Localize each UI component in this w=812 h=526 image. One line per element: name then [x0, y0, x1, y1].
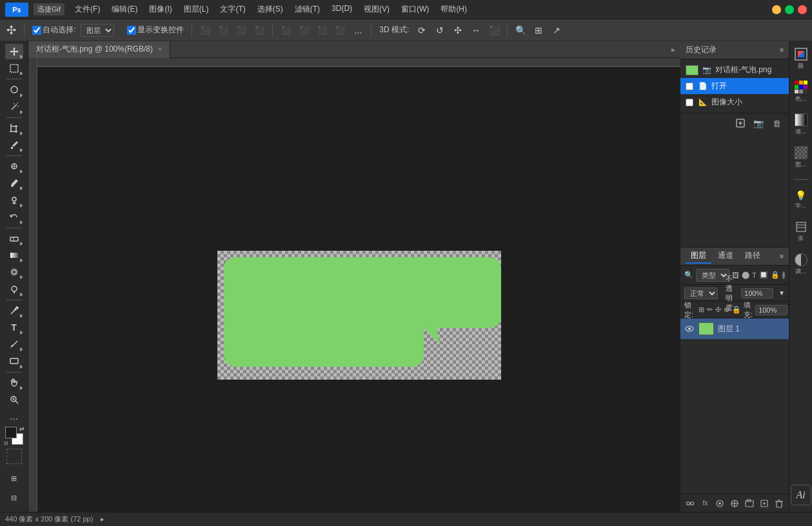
- eraser-tool-button[interactable]: [5, 231, 23, 246]
- distribute-top-button[interactable]: ⬛: [332, 23, 348, 38]
- filter-type-select[interactable]: 类型: [696, 269, 729, 282]
- create-new-snapshot-button[interactable]: [733, 116, 748, 130]
- lock-artboard-button[interactable]: ⊕: [724, 305, 729, 315]
- brush-tool-button[interactable]: [5, 175, 23, 191]
- lock-all-button[interactable]: 🔒: [732, 305, 741, 315]
- opacity-arrow[interactable]: ▼: [778, 289, 785, 297]
- tab-channels[interactable]: 通道: [713, 249, 738, 264]
- blur-tool-button[interactable]: [5, 264, 23, 280]
- crop-tool-button[interactable]: [5, 121, 23, 136]
- menu-image[interactable]: 图像(I): [144, 3, 177, 16]
- screen-mode-button[interactable]: ⊞: [5, 469, 23, 487]
- history-item-imagesize-checkbox[interactable]: [686, 99, 693, 106]
- tab-close-button[interactable]: ×: [158, 46, 162, 53]
- auto-select-dropdown[interactable]: 图层 组: [81, 24, 114, 37]
- pen-tool-button[interactable]: [5, 303, 23, 318]
- swap-colors-button[interactable]: ⇄: [19, 425, 25, 432]
- color-panel-toggle[interactable]: 颜: [791, 45, 811, 73]
- align-right-button[interactable]: ⬛: [233, 23, 249, 38]
- quick-mask-button[interactable]: [6, 449, 22, 464]
- history-brush-tool-button[interactable]: [5, 209, 23, 225]
- filter-text-button[interactable]: T: [752, 269, 757, 281]
- zoom-mode-button[interactable]: ⊞: [531, 23, 546, 38]
- menu-3d[interactable]: 3D(D): [326, 3, 357, 16]
- reset-colors-button[interactable]: ⊟: [4, 440, 8, 446]
- document-tab[interactable]: 对话框-气泡.png @ 100%(RGB/8) ×: [28, 41, 170, 58]
- opacity-input[interactable]: [741, 288, 773, 298]
- history-item-imagesize[interactable]: 📐 图像大小: [680, 94, 789, 110]
- lock-position-button[interactable]: ✣: [715, 305, 721, 315]
- clone-tool-button[interactable]: [5, 192, 23, 208]
- 3d-scale-button[interactable]: ⬛: [486, 23, 502, 38]
- new-layer-button[interactable]: [758, 497, 770, 510]
- more-tools-button[interactable]: …: [5, 409, 23, 424]
- search-button[interactable]: 🔍: [513, 23, 528, 38]
- move-tool-button[interactable]: [5, 44, 23, 59]
- adjustments-panel-toggle[interactable]: 调...: [791, 251, 811, 278]
- distribute-left-button[interactable]: ⬛: [278, 23, 293, 38]
- ai-button[interactable]: Ai: [791, 485, 811, 505]
- shape-tool-button[interactable]: [5, 353, 23, 369]
- layer-adjustment-button[interactable]: [729, 497, 741, 510]
- menu-edit[interactable]: 编辑(E): [106, 3, 143, 16]
- learn-panel-toggle[interactable]: 💡 学...: [791, 188, 811, 213]
- history-item-file[interactable]: 📷 对话框-气泡.png: [680, 62, 789, 78]
- align-center-h-button[interactable]: ⬛: [215, 23, 231, 38]
- filter-adjustment-button[interactable]: ⬤: [742, 269, 749, 281]
- distribute-right-button[interactable]: ⬛: [314, 23, 330, 38]
- status-arrow[interactable]: ▸: [101, 515, 104, 523]
- menu-file[interactable]: 文件(F): [70, 3, 105, 16]
- layer-link-button[interactable]: [684, 497, 697, 510]
- lock-image-button[interactable]: ✏: [707, 305, 713, 315]
- marquee-tool-button[interactable]: [5, 61, 23, 76]
- filter-shape-button[interactable]: 🔲: [759, 269, 768, 281]
- menu-window[interactable]: 窗口(W): [396, 3, 434, 16]
- blend-mode-select[interactable]: 正常: [684, 287, 718, 299]
- magic-wand-tool-button[interactable]: [5, 99, 23, 115]
- align-top-button[interactable]: ⬛: [252, 23, 267, 38]
- menu-select[interactable]: 选择(S): [252, 3, 288, 16]
- show-transform-checkbox[interactable]: [127, 26, 136, 35]
- fill-input[interactable]: [755, 305, 787, 315]
- 3d-rotate-button[interactable]: ⟳: [414, 23, 430, 38]
- dodge-tool-button[interactable]: [5, 281, 23, 297]
- close-button[interactable]: [798, 5, 807, 14]
- delete-state-button[interactable]: 🗑: [769, 116, 784, 130]
- history-item-open[interactable]: 📄 打开: [680, 78, 789, 94]
- lock-pixels-button[interactable]: ⊞: [698, 305, 704, 315]
- foreground-background-colors[interactable]: ⇄ ⊟: [4, 425, 25, 446]
- more-options-button[interactable]: ...: [350, 23, 366, 38]
- history-item-open-checkbox[interactable]: [686, 83, 693, 90]
- layer-mask-button[interactable]: [714, 497, 726, 510]
- layer-group-button[interactable]: [743, 497, 755, 510]
- foreground-color-swatch[interactable]: [5, 427, 17, 438]
- zoom-tool-button[interactable]: [5, 392, 23, 407]
- minimize-button[interactable]: [772, 5, 781, 14]
- delete-layer-button[interactable]: [773, 497, 785, 510]
- share-button[interactable]: ↗: [549, 23, 564, 38]
- auto-select-checkbox[interactable]: [32, 26, 41, 35]
- menu-view[interactable]: 视图(V): [359, 3, 395, 16]
- libraries-panel-toggle[interactable]: 库: [791, 218, 811, 246]
- hand-tool-button[interactable]: [5, 375, 23, 390]
- align-left-button[interactable]: ⬛: [197, 23, 213, 38]
- layer-row-1[interactable]: 图层 1: [680, 318, 789, 339]
- filter-toggle-button[interactable]: [782, 271, 785, 279]
- panel-collapse-right[interactable]: ▸: [666, 45, 680, 54]
- layer-effects-button[interactable]: fx: [699, 497, 711, 510]
- tab-paths[interactable]: 路径: [740, 249, 766, 264]
- menu-filter[interactable]: 滤镜(T): [290, 3, 325, 16]
- 3d-zoom-button[interactable]: ✣: [450, 23, 466, 38]
- gradient-tool-button[interactable]: [5, 248, 23, 263]
- history-panel-menu-button[interactable]: ≡: [780, 46, 784, 54]
- eyedropper-tool-button[interactable]: [5, 137, 23, 153]
- menu-text[interactable]: 文字(T): [215, 3, 250, 16]
- healing-tool-button[interactable]: [5, 159, 23, 174]
- lasso-tool-button[interactable]: [5, 82, 23, 97]
- patterns-panel-toggle[interactable]: 图...: [791, 144, 811, 171]
- layer-visibility-toggle[interactable]: [684, 324, 695, 334]
- 3d-slide-button[interactable]: ↔: [468, 23, 484, 38]
- swatches-panel-toggle[interactable]: 色...: [791, 78, 811, 106]
- layers-panel-menu-button[interactable]: ≡: [780, 253, 784, 260]
- menu-help[interactable]: 帮助(H): [435, 3, 472, 16]
